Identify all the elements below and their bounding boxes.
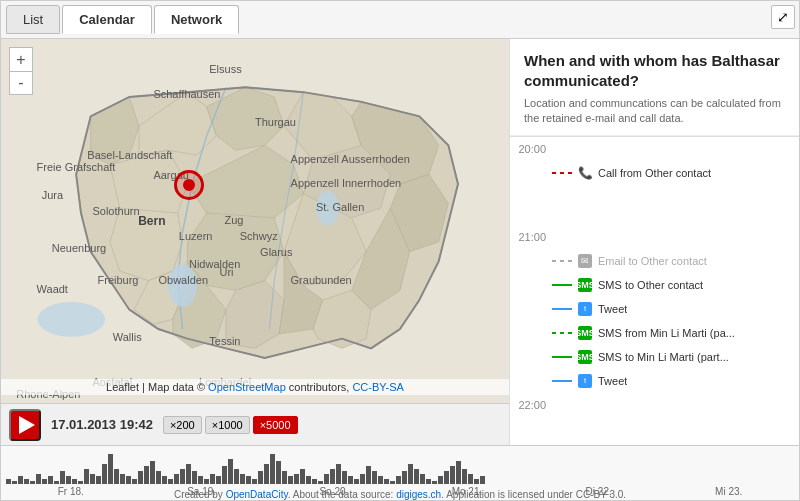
histogram-bar bbox=[60, 471, 65, 484]
histogram-bar bbox=[300, 469, 305, 484]
histogram-bar bbox=[108, 454, 113, 484]
histogram-bar bbox=[462, 469, 467, 484]
histogram-bar bbox=[258, 471, 263, 484]
right-panel: ⤢ When and with whom has Balthasar commu… bbox=[509, 39, 799, 445]
play-button[interactable] bbox=[9, 409, 41, 441]
panel-header: When and with whom has Balthasar communi… bbox=[510, 39, 799, 136]
histogram-bar bbox=[78, 481, 83, 484]
histogram-bar bbox=[426, 479, 431, 484]
histogram-bar bbox=[180, 469, 185, 484]
histogram-bar bbox=[294, 474, 299, 484]
email-icon-container: ✉ bbox=[577, 253, 593, 269]
event-sms-to: SMS SMS to Min Li Marti (part... bbox=[552, 349, 791, 365]
histogram-bar bbox=[282, 471, 287, 484]
histogram-bar bbox=[54, 481, 59, 484]
histogram-bar bbox=[444, 471, 449, 484]
timeline-entry-sms-to: SMS SMS to Min Li Marti (part... bbox=[510, 345, 799, 369]
histogram-bar bbox=[192, 471, 197, 484]
tab-network[interactable]: Network bbox=[154, 5, 239, 34]
histogram-bar bbox=[474, 479, 479, 484]
tweet-icon-1: t bbox=[578, 302, 592, 316]
tweet-icon-2: t bbox=[578, 374, 592, 388]
time-21: 21:00 bbox=[510, 231, 552, 243]
top-bar: List Calendar Network bbox=[1, 1, 799, 39]
histogram-bar bbox=[18, 476, 23, 484]
event-tweet-1: t Tweet bbox=[552, 301, 791, 317]
zoom-controls: + - bbox=[9, 47, 33, 95]
svg-point-4 bbox=[316, 191, 339, 226]
histogram-bar bbox=[84, 469, 89, 484]
histogram-bar bbox=[324, 474, 329, 484]
timestamp: 17.01.2013 19:42 bbox=[51, 417, 153, 432]
panel-title: When and with whom has Balthasar communi… bbox=[524, 51, 785, 90]
tweet-icon-container-1: t bbox=[577, 301, 593, 317]
histogram-bar bbox=[12, 481, 17, 484]
mult-200[interactable]: ×200 bbox=[163, 416, 202, 434]
map-section[interactable]: Freie Grafschaft Jura Solothurn Basel-La… bbox=[1, 39, 509, 445]
histogram-bar bbox=[456, 461, 461, 484]
time-22: 22:00 bbox=[510, 399, 552, 411]
time-20: 20:00 bbox=[510, 143, 552, 155]
tweet-text-1: Tweet bbox=[598, 303, 627, 315]
histogram-bar bbox=[120, 474, 125, 484]
tab-calendar[interactable]: Calendar bbox=[62, 5, 152, 34]
histogram-bar bbox=[222, 466, 227, 484]
timeline-spacer-1 bbox=[510, 185, 799, 225]
timeline-entry-sms-from: SMS SMS from Min Li Marti (pa... bbox=[510, 321, 799, 345]
connector-solid-blue-1 bbox=[552, 308, 572, 310]
bottom-bar: Fr 18. Sa 19. So 20. Mo 21. Di 22. Mi 23… bbox=[1, 445, 799, 500]
histogram bbox=[1, 449, 799, 484]
histogram-bar bbox=[42, 479, 47, 484]
mult-1000[interactable]: ×1000 bbox=[205, 416, 250, 434]
license-link[interactable]: CC-BY-SA bbox=[352, 381, 404, 393]
mult-5000[interactable]: ×5000 bbox=[253, 416, 298, 434]
digiges-link[interactable]: digiges.ch bbox=[396, 489, 441, 500]
histogram-bar bbox=[96, 476, 101, 484]
histogram-bar bbox=[420, 474, 425, 484]
histogram-bar bbox=[360, 474, 365, 484]
histogram-bar bbox=[240, 474, 245, 484]
opendatacity-link[interactable]: OpenDataCity bbox=[226, 489, 288, 500]
histogram-bar bbox=[432, 481, 437, 484]
histogram-bar bbox=[336, 464, 341, 484]
histogram-bar bbox=[6, 479, 11, 484]
histogram-bar bbox=[234, 469, 239, 484]
zoom-out-button[interactable]: - bbox=[9, 71, 33, 95]
histogram-bar bbox=[408, 464, 413, 484]
histogram-bar bbox=[150, 461, 155, 484]
histogram-bar bbox=[216, 476, 221, 484]
histogram-bar bbox=[114, 469, 119, 484]
connector-dashed-gray bbox=[552, 260, 572, 262]
osm-link[interactable]: OpenStreetMap bbox=[208, 381, 286, 393]
footer-middle: . About the data source: bbox=[288, 489, 396, 500]
histogram-bar bbox=[348, 476, 353, 484]
histogram-bar bbox=[24, 479, 29, 484]
histogram-bar bbox=[396, 476, 401, 484]
play-bar: 17.01.2013 19:42 ×200 ×1000 ×5000 bbox=[1, 403, 509, 445]
svg-point-1 bbox=[38, 302, 106, 337]
zoom-in-button[interactable]: + bbox=[9, 47, 33, 71]
histogram-bar bbox=[66, 476, 71, 484]
connector-dashed-red bbox=[552, 172, 572, 174]
sms-icon-1: SMS bbox=[578, 278, 592, 292]
panel-description: Location and communcations can be calcul… bbox=[524, 96, 785, 127]
histogram-bar bbox=[252, 479, 257, 484]
email-text: Email to Other contact bbox=[598, 255, 707, 267]
histogram-bar bbox=[168, 479, 173, 484]
histogram-bar bbox=[102, 464, 107, 484]
histogram-bar bbox=[132, 479, 137, 484]
histogram-bar bbox=[318, 481, 323, 484]
svg-point-3 bbox=[168, 264, 197, 307]
tab-list[interactable]: List bbox=[6, 5, 60, 34]
histogram-bar bbox=[126, 476, 131, 484]
footer: Created by OpenDataCity. About the data … bbox=[1, 489, 799, 500]
histogram-bar bbox=[378, 476, 383, 484]
connector-dashed-green bbox=[552, 332, 572, 334]
histogram-bar bbox=[414, 469, 419, 484]
multiplier-buttons: ×200 ×1000 ×5000 bbox=[163, 416, 298, 434]
sms-icon-3: SMS bbox=[578, 350, 592, 364]
timeline-time-22: 22:00 bbox=[510, 393, 799, 417]
phone-icon: 📞 bbox=[578, 166, 593, 180]
email-icon: ✉ bbox=[578, 254, 592, 268]
sms-icon-container-1: SMS bbox=[577, 277, 593, 293]
